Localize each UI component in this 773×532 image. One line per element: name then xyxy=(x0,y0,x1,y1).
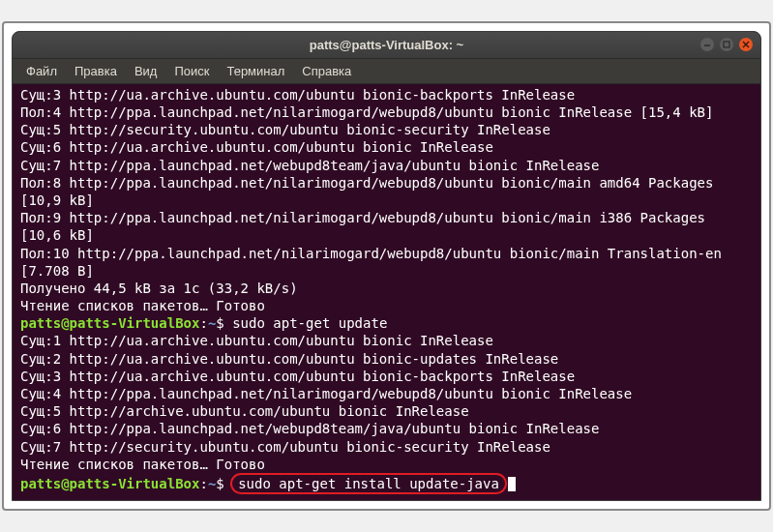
maximize-button[interactable] xyxy=(720,38,733,51)
output-line: Сущ:5 http://archive.ubuntu.com/ubuntu b… xyxy=(20,402,753,420)
window-title: patts@patts-VirtualBox: ~ xyxy=(310,38,463,52)
terminal-body[interactable]: Сущ:3 http://ua.archive.ubuntu.com/ubunt… xyxy=(13,84,760,500)
window-controls xyxy=(700,38,753,51)
output-line: Сущ:7 http://security.ubuntu.com/ubuntu … xyxy=(20,438,753,456)
minimize-button[interactable] xyxy=(700,38,714,51)
menu-view[interactable]: Вид xyxy=(127,61,165,81)
output-line: Пол:10 http://ppa.launchpad.net/nilarimo… xyxy=(20,245,753,280)
titlebar[interactable]: patts@patts-VirtualBox: ~ xyxy=(13,32,760,59)
screenshot-frame: patts@patts-VirtualBox: ~ Файл Правка Ви… xyxy=(2,21,771,511)
output-line: Сущ:3 http://ua.archive.ubuntu.com/ubunt… xyxy=(20,86,753,103)
prompt-sep: : xyxy=(199,476,207,491)
close-button[interactable] xyxy=(739,38,753,51)
prompt-line: patts@patts-VirtualBox:~$ sudo apt-get u… xyxy=(20,314,753,332)
prompt-user-host: patts@patts-VirtualBox xyxy=(20,476,199,491)
svg-rect-1 xyxy=(724,42,729,47)
output-line: Сущ:1 http://ua.archive.ubuntu.com/ubunt… xyxy=(20,332,753,349)
output-line: Сущ:6 http://ua.archive.ubuntu.com/ubunt… xyxy=(20,138,753,156)
output-line: Пол:9 http://ppa.launchpad.net/nilarimog… xyxy=(20,209,753,244)
menu-search[interactable]: Поиск xyxy=(166,61,217,81)
menu-terminal[interactable]: Терминал xyxy=(219,61,292,81)
output-line: Получено 44,5 kB за 1с (33,2 kB/s) xyxy=(20,280,753,297)
output-line: Чтение списков пакетов… Готово xyxy=(20,297,753,314)
prompt-line-highlighted: patts@patts-VirtualBox:~$ sudo apt-get i… xyxy=(20,473,753,494)
highlighted-command: sudo apt-get install update-java xyxy=(230,473,507,494)
command-text: sudo apt-get update xyxy=(232,315,387,331)
menubar: Файл Правка Вид Поиск Терминал Справка xyxy=(13,59,760,84)
output-line: Сущ:5 http://security.ubuntu.com/ubuntu … xyxy=(20,121,753,138)
prompt-dollar: $ xyxy=(216,315,232,331)
output-line: Пол:4 http://ppa.launchpad.net/nilarimog… xyxy=(20,103,753,121)
menu-edit[interactable]: Правка xyxy=(67,61,125,81)
output-line: Сущ:6 http://ppa.launchpad.net/webupd8te… xyxy=(20,420,753,437)
output-line: Сущ:2 http://ua.archive.ubuntu.com/ubunt… xyxy=(20,350,753,368)
terminal-window: patts@patts-VirtualBox: ~ Файл Правка Ви… xyxy=(12,31,761,501)
menu-help[interactable]: Справка xyxy=(294,61,359,81)
cursor-icon xyxy=(508,477,516,491)
command-text: sudo apt-get install update-java xyxy=(238,476,499,491)
menu-file[interactable]: Файл xyxy=(18,61,65,81)
prompt-sep: : xyxy=(199,315,207,331)
output-line: Пол:8 http://ppa.launchpad.net/nilarimog… xyxy=(20,174,753,209)
output-line: Сущ:3 http://ua.archive.ubuntu.com/ubunt… xyxy=(20,368,753,385)
output-line: Сущ:4 http://ppa.launchpad.net/nilarimog… xyxy=(20,385,753,402)
output-line: Чтение списков пакетов… Готово xyxy=(20,456,753,473)
output-line: Сущ:7 http://ppa.launchpad.net/webupd8te… xyxy=(20,157,753,174)
prompt-user-host: patts@patts-VirtualBox xyxy=(20,315,199,331)
